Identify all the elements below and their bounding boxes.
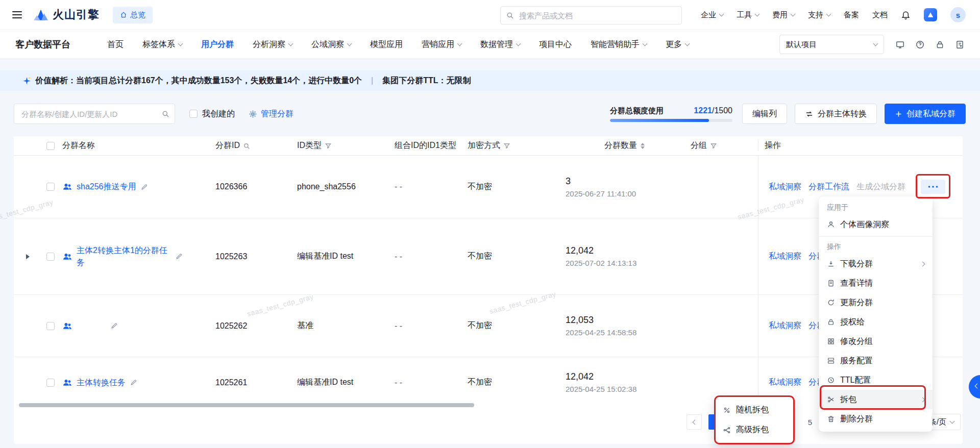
col-name: 分群名称 [62,140,95,151]
project-select[interactable]: 默认项目 [779,35,884,54]
more-actions-button[interactable] [921,180,945,194]
notification-bell-icon[interactable] [901,10,911,20]
edit-name-icon[interactable] [130,379,137,386]
monitor-icon[interactable] [895,40,905,49]
id-type: phone_sha2556 [290,156,387,218]
action-private-insight[interactable]: 私域洞察 [769,182,801,192]
segment-name-link[interactable]: sha256推送专用 [77,181,136,192]
segment-name-link[interactable]: 主体转换任务 [77,377,126,388]
collapse-panel-button[interactable] [969,375,980,399]
action-private-insight[interactable]: 私域洞察 [769,377,801,388]
menu-item-portrait-insight[interactable]: 个体画像洞察 [819,215,933,234]
filter-icon[interactable] [325,142,332,150]
filter-icon[interactable] [710,142,717,150]
subject-transform-button[interactable]: 分群主体转换 [795,104,877,124]
hamburger-menu-icon[interactable] [12,9,22,20]
page-button[interactable]: 5 [802,414,818,430]
nav-home[interactable]: 首页 [107,39,124,50]
chevron-down-icon [347,41,352,46]
nav-ai-marketing-assistant[interactable]: 智能营销助手 [591,39,647,50]
segment-time: 2025-07-02 14:13:13 [566,259,636,267]
search-icon[interactable] [161,110,169,120]
edit-columns-button[interactable]: 编辑列 [742,104,787,124]
nav-public-insight[interactable]: 公域洞察 [311,39,351,50]
action-private-insight[interactable]: 私域洞察 [769,320,801,331]
chevron-down-icon [685,41,690,46]
row-checkbox[interactable] [46,379,55,387]
nav-user-segments[interactable]: 用户分群 [201,39,234,50]
lock-icon[interactable] [935,40,945,49]
manage-groups-button[interactable]: 管理分群 [249,109,293,119]
submenu-item-random-split[interactable]: 随机拆包 [716,400,793,420]
menu-section-apply: 应用于 [819,200,933,215]
menu-item-service-config[interactable]: 服务配置 [819,351,933,370]
prev-page-button[interactable] [687,414,702,430]
col-count: 分群数量 [604,140,637,151]
group-cell [683,218,758,294]
combo-id-type: - - [387,295,460,357]
action-workflow[interactable]: 分群工作流 [808,182,849,192]
chevron-down-icon [826,11,831,16]
brand-logo[interactable]: 火山引擎 [33,7,100,22]
menu-enterprise[interactable]: 企业 [701,10,723,20]
user-avatar[interactable]: s [950,7,966,22]
menu-item-update[interactable]: 更新分群 [819,293,933,312]
gear-icon [249,110,257,118]
nav-analysis-insight[interactable]: 分析洞察 [253,39,292,50]
segment-name-link[interactable]: 主体2转换主体1的分群任务 [77,244,171,268]
quota-label: 分群总额度使用 [610,106,664,116]
nav-project-center[interactable]: 项目中心 [539,39,572,50]
menu-item-download[interactable]: 下载分群 [819,254,933,273]
select-all-checkbox[interactable] [46,142,55,150]
id-type: 基准 [290,295,387,357]
menu-cost[interactable]: 费用 [772,10,795,20]
help-icon[interactable] [915,40,925,49]
group-cell [683,156,758,218]
product-search[interactable] [500,6,682,24]
link-docs[interactable]: 文档 [872,10,888,20]
chevron-down-icon [516,41,521,46]
menu-support[interactable]: 支持 [808,10,830,20]
horizontal-scrollbar[interactable] [19,403,474,407]
expand-row-icon[interactable] [26,254,30,259]
row-checkbox[interactable] [46,322,55,330]
top-bar: 火山引擎 总览 企业 工具 费用 支持 备案 文档 s [0,0,980,30]
col-group: 分组 [691,140,707,151]
menu-item-detail[interactable]: 查看详情 [819,273,933,293]
experience-app-icon[interactable] [924,8,937,21]
segment-search-input[interactable] [20,109,157,119]
menu-item-authorize[interactable]: 授权给 [819,312,933,332]
nav-tag-system[interactable]: 标签体系 [142,39,182,50]
row-checkbox[interactable] [46,253,55,261]
edit-name-icon[interactable] [175,253,183,260]
menu-tools[interactable]: 工具 [737,10,759,20]
nav-quick-icons [895,40,965,49]
segment-search[interactable] [14,104,175,124]
action-private-insight[interactable]: 私域洞察 [769,251,801,262]
create-segment-button[interactable]: 创建私域分群 [885,104,966,124]
menu-item-split-package[interactable]: 拆包 [819,390,933,409]
row-checkbox[interactable] [46,183,55,191]
my-created-checkbox[interactable] [189,110,198,118]
segment-time: 2025-04-25 15:02:38 [566,385,636,393]
edit-name-icon[interactable] [110,322,118,330]
edit-name-icon[interactable] [140,183,148,191]
combo-id-type: - - [387,357,460,408]
doc-export-icon[interactable] [955,40,965,49]
menu-item-ttl-config[interactable]: TTL配置 [819,370,933,390]
sort-icon[interactable] [641,143,645,149]
nav-model-apps[interactable]: 模型应用 [370,39,403,50]
filter-icon[interactable] [503,142,510,150]
nav-more[interactable]: 更多 [666,39,689,50]
nav-marketing-apps[interactable]: 营销应用 [422,39,461,50]
link-beian[interactable]: 备案 [844,10,859,20]
menu-item-delete[interactable]: 删除分群 [819,409,933,429]
encryption: 不加密 [460,357,558,408]
overview-button[interactable]: 总览 [113,7,153,23]
product-search-input[interactable] [518,11,676,20]
my-created-filter[interactable]: 我创建的 [189,109,235,119]
nav-data-management[interactable]: 数据管理 [480,39,520,50]
submenu-item-advanced-split[interactable]: 高级拆包 [716,420,793,440]
column-search-icon[interactable] [243,142,250,150]
menu-item-modify-group[interactable]: 修改分组 [819,332,933,351]
